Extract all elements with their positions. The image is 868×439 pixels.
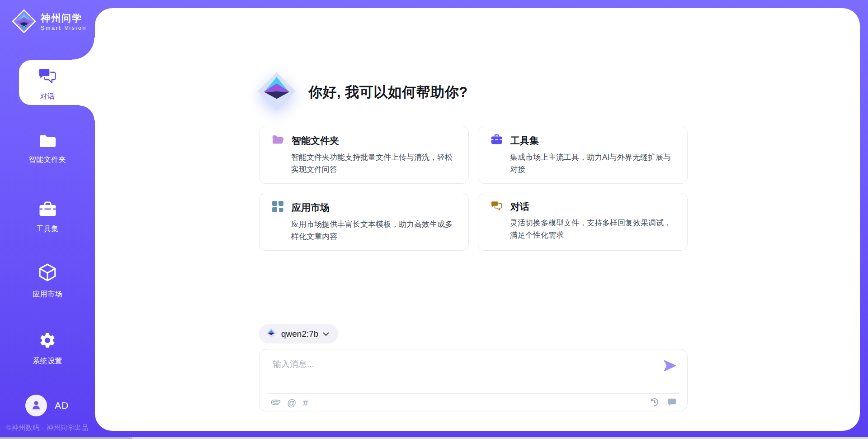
sidebar-item-chat[interactable]: 对话 [1,68,94,101]
horizontal-scrollbar[interactable] [0,437,868,439]
tab-fillet-bottom [80,105,95,120]
message-bubble-button[interactable] [666,397,677,409]
brand-name: 神州问学 [41,13,87,24]
card-title: 应用市场 [292,201,330,214]
scrollbar-thumb[interactable] [0,437,132,439]
tab-fillet-top [72,38,95,60]
brand-subtitle: Smart Vision [41,25,87,31]
card-description: 智能文件夹功能支持批量文件上传与清洗，轻松实现文件问答 [291,152,457,176]
send-icon [663,367,677,374]
sidebar-item-smart-folder[interactable]: 智能文件夹 [1,133,94,165]
diamond-logo-icon [256,71,297,114]
briefcase-icon [491,134,503,148]
sidebar-item-app-market[interactable]: 应用市场 [1,262,94,299]
main-panel: 你好, 我可以如何帮助你? 智能文件夹 智能文件夹功能支持批量文件 [95,8,860,431]
card-chat[interactable]: 对话 灵活切换多模型文件，支持多样回复效果调试，满足个性化需求 [478,193,688,251]
user-chip[interactable]: AD [25,395,69,416]
sidebar-footer-text: ©神州数码 · 神州问学出品 [6,424,88,432]
send-button[interactable] [663,359,677,372]
card-smart-folder[interactable]: 智能文件夹 智能文件夹功能支持批量文件上传与清洗，轻松实现文件问答 [259,126,469,184]
diamond-logo-icon [266,328,277,340]
modules-icon [272,200,284,215]
feature-cards: 智能文件夹 智能文件夹功能支持批量文件上传与清洗，轻松实现文件问答 [259,126,688,251]
attach-file-button[interactable] [271,397,280,409]
folder-open-icon [272,134,284,148]
history-icon [649,397,660,409]
chat-bubbles-icon [491,200,503,213]
greeting-text: 你好, 我可以如何帮助你? [308,83,468,102]
chevron-down-icon [323,330,329,338]
composer-toolbar: @ # [271,396,677,409]
card-title: 对话 [510,200,529,213]
gear-icon [38,331,57,351]
greeting: 你好, 我可以如何帮助你? [256,71,468,114]
user-initials: AD [55,400,69,411]
toolbox-icon [38,201,57,219]
sidebar-item-label: 智能文件夹 [29,155,66,165]
history-button[interactable] [649,397,660,409]
composer-divider [267,393,679,394]
sidebar-item-label: 工具集 [36,224,59,234]
chat-bubbles-icon [38,68,57,86]
message-composer: @ # [259,349,688,411]
cube-icon [38,262,57,284]
sidebar-item-label: 应用市场 [33,290,62,299]
diamond-logo-icon [12,9,36,35]
card-description: 灵活切换多模型文件，支持多样回复效果调试，满足个性化需求 [510,217,675,242]
sidebar-item-toolset[interactable]: 工具集 [1,201,94,234]
card-toolset[interactable]: 工具集 集成市场上主流工具，助力AI与外界无缝扩展与对接 [478,126,688,184]
model-name: qwen2:7b [281,329,318,339]
brand: 神州问学 Smart Vision [12,9,87,35]
sidebar-item-system-settings[interactable]: 系统设置 [1,331,94,366]
message-input[interactable] [272,356,653,373]
folder-icon [38,133,57,150]
model-selector[interactable]: qwen2:7b [259,324,338,344]
avatar [25,395,47,416]
sidebar-item-label: 对话 [40,92,55,101]
message-icon [666,397,677,409]
at-icon[interactable]: @ [287,398,296,407]
hash-icon[interactable]: # [303,398,308,407]
paperclip-icon [271,397,280,409]
card-description: 集成市场上主流工具，助力AI与外界无缝扩展与对接 [510,152,675,176]
person-icon [30,399,42,412]
app-window: 神州问学 Smart Vision 对话 智能文件夹 [0,0,868,439]
card-description: 应用市场提供丰富长文本模板，助力高效生成多样化文章内容 [291,219,457,243]
card-title: 智能文件夹 [292,134,339,147]
card-app-market[interactable]: 应用市场 应用市场提供丰富长文本模板，助力高效生成多样化文章内容 [259,193,469,251]
sidebar-item-label: 系统设置 [33,357,62,366]
card-title: 工具集 [510,134,539,147]
